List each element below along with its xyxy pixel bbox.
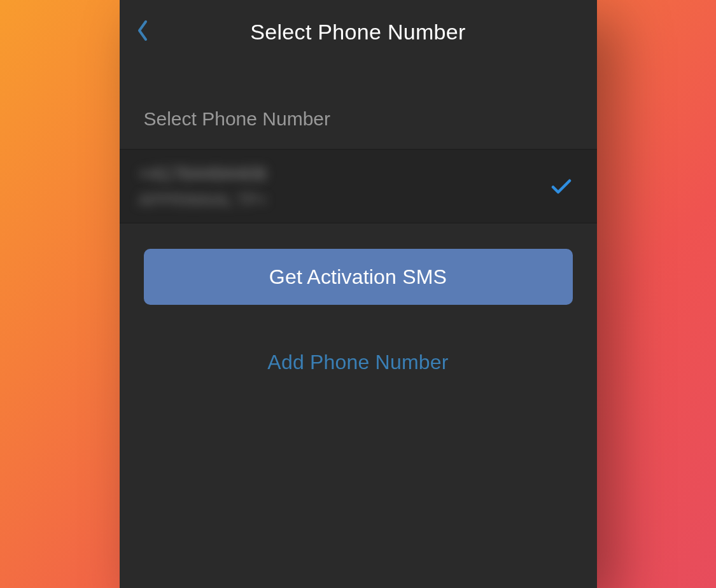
- chevron-left-icon: [136, 19, 149, 45]
- phone-number-texts: +41764494409 APPRIMAAL TP+: [139, 162, 550, 210]
- back-button[interactable]: [129, 18, 157, 46]
- phone-number-label: APPRIMAAL TP+: [139, 190, 550, 210]
- phone-number-value: +41764494409: [139, 162, 550, 185]
- get-activation-sms-button[interactable]: Get Activation SMS: [144, 249, 573, 305]
- action-area: Get Activation SMS Add Phone Number: [120, 223, 597, 382]
- header-bar: Select Phone Number: [120, 0, 597, 64]
- page-title: Select Phone Number: [132, 20, 584, 45]
- checkmark-icon: [550, 175, 573, 198]
- phone-number-row[interactable]: +41764494409 APPRIMAAL TP+: [120, 149, 597, 223]
- section-label: Select Phone Number: [120, 64, 597, 149]
- add-phone-number-button[interactable]: Add Phone Number: [144, 343, 573, 382]
- device-panel: Select Phone Number Select Phone Number …: [120, 0, 597, 588]
